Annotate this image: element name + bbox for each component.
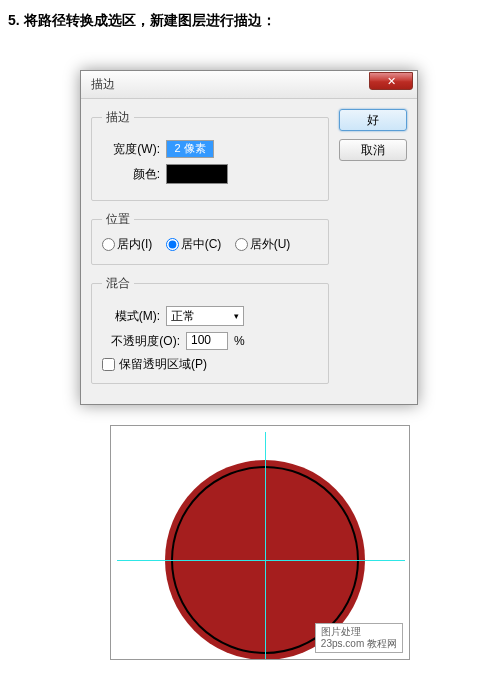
preserve-checkbox[interactable] bbox=[102, 358, 115, 371]
mode-label: 模式(M): bbox=[102, 308, 160, 325]
position-group: 位置 居内(I) 居中(C) 居外(U) bbox=[91, 211, 329, 265]
dialog-titlebar[interactable]: 描边 ✕ bbox=[81, 71, 417, 99]
horizontal-guide bbox=[117, 560, 405, 561]
position-radios: 居内(I) 居中(C) 居外(U) bbox=[102, 236, 318, 254]
opacity-unit: % bbox=[234, 334, 245, 348]
radio-center-label: 居中(C) bbox=[181, 236, 222, 253]
dialog-right-column: 好 取消 bbox=[339, 109, 407, 394]
width-label: 宽度(W): bbox=[102, 141, 160, 158]
close-icon: ✕ bbox=[387, 75, 396, 88]
width-row: 宽度(W): 2 像素 bbox=[102, 140, 318, 158]
mode-row: 模式(M): 正常 bbox=[102, 306, 318, 326]
close-button[interactable]: ✕ bbox=[369, 72, 413, 90]
stroke-dialog: 描边 ✕ 描边 宽度(W): 2 像素 颜色: 位置 bbox=[80, 70, 418, 405]
radio-center[interactable]: 居中(C) bbox=[166, 236, 222, 253]
step-instruction: 5. 将路径转换成选区，新建图层进行描边： bbox=[0, 0, 500, 30]
stroke-legend: 描边 bbox=[102, 109, 134, 126]
color-row: 颜色: bbox=[102, 164, 318, 184]
ok-label: 好 bbox=[367, 112, 379, 129]
dialog-body: 描边 宽度(W): 2 像素 颜色: 位置 居内(I) bbox=[81, 99, 417, 404]
radio-inside[interactable]: 居内(I) bbox=[102, 236, 152, 253]
radio-outside-label: 居外(U) bbox=[250, 236, 291, 253]
radio-inside-label: 居内(I) bbox=[117, 236, 152, 253]
opacity-label: 不透明度(O): bbox=[102, 333, 180, 350]
preserve-row: 保留透明区域(P) bbox=[102, 356, 318, 373]
watermark-line1: 图片处理 bbox=[321, 626, 397, 638]
width-input[interactable]: 2 像素 bbox=[166, 140, 214, 158]
opacity-row: 不透明度(O): 100 % bbox=[102, 332, 318, 350]
radio-outside[interactable]: 居外(U) bbox=[235, 236, 291, 253]
vertical-guide bbox=[265, 432, 266, 660]
blending-legend: 混合 bbox=[102, 275, 134, 292]
blending-group: 混合 模式(M): 正常 不透明度(O): 100 % 保留透明区域(P) bbox=[91, 275, 329, 384]
ok-button[interactable]: 好 bbox=[339, 109, 407, 131]
cancel-label: 取消 bbox=[361, 142, 385, 159]
radio-outside-input[interactable] bbox=[235, 238, 248, 251]
position-legend: 位置 bbox=[102, 211, 134, 228]
dialog-title: 描边 bbox=[91, 76, 115, 93]
stroke-group: 描边 宽度(W): 2 像素 颜色: bbox=[91, 109, 329, 201]
radio-inside-input[interactable] bbox=[102, 238, 115, 251]
canvas-preview: 图片处理 23ps.com 教程网 bbox=[110, 425, 410, 660]
watermark-line2: 23ps.com 教程网 bbox=[321, 638, 397, 650]
cancel-button[interactable]: 取消 bbox=[339, 139, 407, 161]
mode-select[interactable]: 正常 bbox=[166, 306, 244, 326]
watermark: 图片处理 23ps.com 教程网 bbox=[315, 623, 403, 653]
color-swatch[interactable] bbox=[166, 164, 228, 184]
opacity-input[interactable]: 100 bbox=[186, 332, 228, 350]
mode-value: 正常 bbox=[171, 308, 195, 325]
color-label: 颜色: bbox=[102, 166, 160, 183]
dialog-left-column: 描边 宽度(W): 2 像素 颜色: 位置 居内(I) bbox=[91, 109, 329, 394]
radio-center-input[interactable] bbox=[166, 238, 179, 251]
preserve-label: 保留透明区域(P) bbox=[119, 356, 207, 373]
